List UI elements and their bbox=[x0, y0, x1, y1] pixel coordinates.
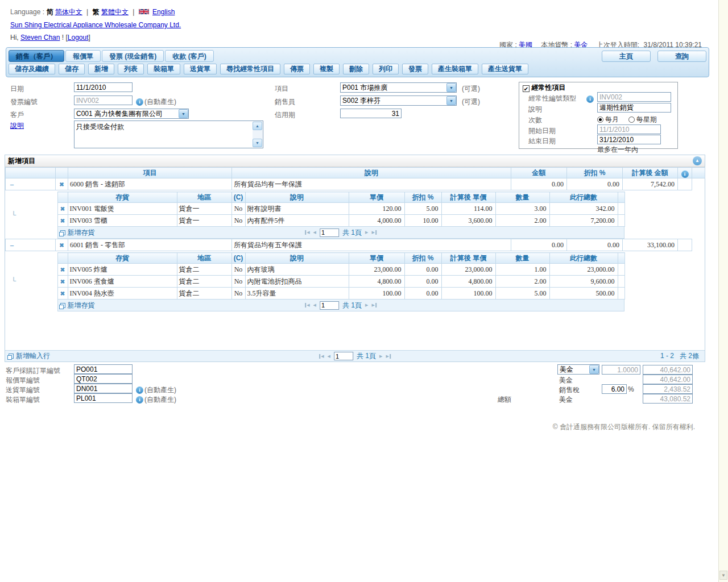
collapse-group-icon[interactable]: – bbox=[7, 241, 14, 249]
recurring-checkbox[interactable]: ✔ bbox=[523, 85, 530, 92]
local-amount-input[interactable] bbox=[643, 375, 693, 384]
credit-period-input[interactable] bbox=[340, 109, 402, 118]
total-amount-input[interactable] bbox=[643, 394, 693, 404]
save-button[interactable]: 儲存 bbox=[59, 64, 85, 74]
delivery-note-button[interactable]: 送貨單 bbox=[184, 64, 217, 74]
company-link[interactable]: Sun Shing Electrical Appliance Wholesale… bbox=[10, 21, 181, 29]
prev-page-icon[interactable]: ◀ bbox=[313, 303, 316, 307]
recurring-type-input[interactable] bbox=[597, 92, 671, 102]
page-input[interactable] bbox=[334, 352, 353, 360]
description-textarea[interactable]: 只接受現金付款 ▲ ▼ bbox=[74, 120, 263, 148]
new-button[interactable]: 新增 bbox=[88, 64, 114, 74]
info-icon[interactable]: i bbox=[678, 168, 692, 178]
delete-group-icon[interactable]: ✖ bbox=[59, 242, 64, 248]
delete-button[interactable]: 刪除 bbox=[343, 64, 369, 74]
list-button[interactable]: 列表 bbox=[118, 64, 144, 74]
invoice-no-input[interactable] bbox=[74, 95, 133, 105]
language-link-traditional[interactable]: 繁體中文 bbox=[101, 8, 129, 16]
chevron-down-icon[interactable]: ▼ bbox=[446, 96, 456, 105]
delete-row-icon[interactable]: ✖ bbox=[60, 278, 65, 285]
first-page-icon[interactable]: ◀ bbox=[305, 303, 309, 307]
sub-header-row: 存貨 地區 (C) 說明 單價 折扣 % 計算後 單價 數量 此行總數 bbox=[57, 192, 624, 203]
next-page-icon[interactable]: ▶ bbox=[365, 303, 368, 307]
generate-packing-list-button[interactable]: 產生裝箱單 bbox=[432, 64, 478, 74]
recurring-desc-input[interactable] bbox=[597, 103, 671, 113]
next-page-icon[interactable]: ▶ bbox=[365, 230, 368, 235]
end-date-input[interactable] bbox=[597, 135, 661, 144]
logout-link[interactable]: Logout bbox=[68, 34, 89, 41]
vertical-scrollbar[interactable]: ▼ bbox=[718, 0, 728, 582]
customer-select[interactable]: C001 高力快餐集團有限公司 ▼ bbox=[74, 109, 189, 119]
monthly-radio[interactable] bbox=[597, 117, 603, 123]
page-input[interactable] bbox=[320, 228, 339, 237]
delete-row-icon[interactable]: ✖ bbox=[60, 218, 65, 224]
generate-delivery-note-button[interactable]: 產生送貨單 bbox=[482, 64, 528, 74]
project-value: P001 市場推廣 bbox=[341, 83, 446, 93]
add-entry-row-link[interactable]: 新增輸入行 bbox=[9, 351, 50, 361]
prev-page-icon[interactable]: ◀ bbox=[328, 354, 330, 359]
start-date-input[interactable] bbox=[597, 124, 661, 134]
info-icon[interactable]: i bbox=[136, 384, 143, 394]
next-page-icon[interactable]: ▶ bbox=[379, 354, 382, 359]
find-recurring-button[interactable]: 尋找經常性項目 bbox=[220, 64, 280, 74]
invoice-button[interactable]: 發票 bbox=[402, 64, 428, 74]
description-label-link[interactable]: 說明 bbox=[10, 122, 24, 130]
home-button[interactable]: 主頁 bbox=[602, 51, 651, 62]
delete-row-icon[interactable]: ✖ bbox=[60, 206, 65, 212]
page-input[interactable] bbox=[320, 301, 339, 310]
collapse-group-icon[interactable]: – bbox=[7, 180, 14, 188]
info-icon[interactable]: i bbox=[586, 93, 594, 103]
qty-cell: 1.00 bbox=[495, 264, 549, 276]
add-inventory-link[interactable]: 新增存貨 bbox=[60, 228, 95, 238]
query-button[interactable]: 查詢 bbox=[657, 51, 706, 62]
delete-row-icon[interactable]: ✖ bbox=[60, 290, 65, 297]
weekly-radio[interactable] bbox=[628, 117, 635, 123]
copy-button[interactable]: 複製 bbox=[313, 64, 340, 74]
chevron-down-icon[interactable]: ▼ bbox=[179, 109, 188, 118]
last-page-icon[interactable]: ▶ bbox=[371, 303, 376, 307]
date-input[interactable] bbox=[74, 82, 133, 92]
first-page-icon[interactable]: ◀ bbox=[319, 354, 324, 359]
prev-page-icon[interactable]: ◀ bbox=[313, 230, 316, 235]
group-discount: 0.00 bbox=[567, 239, 623, 251]
scroll-up-icon[interactable]: ▲ bbox=[253, 122, 262, 130]
info-icon[interactable]: i bbox=[136, 96, 143, 106]
quotation-number-label: 報價單編號 bbox=[6, 376, 40, 385]
delete-row-icon[interactable]: ✖ bbox=[60, 267, 65, 273]
collapse-panel-icon[interactable]: ▲ bbox=[693, 156, 702, 165]
language-link-simplified[interactable]: 简体中文 bbox=[55, 8, 82, 16]
project-select[interactable]: P001 市場推廣 ▼ bbox=[340, 82, 457, 93]
language-link-english[interactable]: English bbox=[152, 8, 175, 16]
info-icon[interactable]: i bbox=[136, 394, 143, 404]
delete-group-icon[interactable]: ✖ bbox=[59, 181, 64, 188]
amount-input[interactable] bbox=[643, 365, 693, 375]
tax-rate-input[interactable] bbox=[602, 384, 627, 394]
scroll-down-icon[interactable]: ▼ bbox=[253, 139, 262, 147]
packing-list-button[interactable]: 裝箱單 bbox=[147, 64, 180, 74]
last-page-icon[interactable]: ▶ bbox=[371, 230, 376, 235]
currency-select[interactable]: 美金 ▼ bbox=[557, 364, 599, 375]
print-button[interactable]: 列印 bbox=[373, 64, 399, 74]
chevron-down-icon[interactable]: ▼ bbox=[446, 83, 456, 92]
add-inventory-link[interactable]: 新增存貨 bbox=[60, 301, 95, 310]
optional-note: (可選) bbox=[462, 97, 480, 107]
save-and-continue-button[interactable]: 儲存及繼續 bbox=[9, 64, 55, 74]
chevron-down-icon[interactable]: ▼ bbox=[589, 365, 599, 374]
user-name-link[interactable]: Steven Chan bbox=[20, 34, 60, 41]
packing-list-number-input[interactable] bbox=[74, 393, 133, 403]
textarea-scrollbar[interactable]: ▲ ▼ bbox=[253, 122, 262, 147]
last-page-icon[interactable]: ▶ bbox=[386, 354, 390, 359]
tab-cash-invoice[interactable]: 發票 (現金銷售) bbox=[102, 50, 164, 62]
first-page-icon[interactable]: ◀ bbox=[305, 230, 309, 235]
scroll-down-icon[interactable]: ▼ bbox=[719, 571, 727, 580]
tab-sales-customer[interactable]: 銷售（客戶） bbox=[9, 50, 64, 62]
delivery-note-number-input[interactable] bbox=[74, 384, 133, 393]
salesman-select[interactable]: S002 李梓芬 ▼ bbox=[340, 95, 457, 106]
exchange-rate-input[interactable] bbox=[602, 365, 640, 375]
quotation-number-input[interactable] bbox=[74, 374, 133, 384]
voucher-button[interactable]: 傳票 bbox=[284, 64, 310, 74]
tab-quotation[interactable]: 報價單 bbox=[65, 50, 101, 62]
tab-receipt[interactable]: 收款 (客戶) bbox=[165, 50, 213, 62]
po-number-input[interactable] bbox=[74, 364, 133, 374]
tax-amount-input[interactable] bbox=[643, 384, 693, 394]
